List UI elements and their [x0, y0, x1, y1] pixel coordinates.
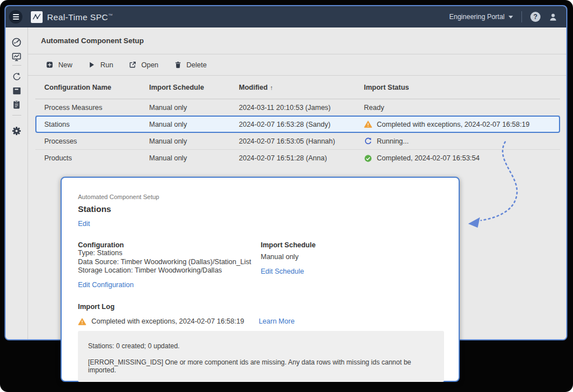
- open-external-icon: [128, 61, 137, 69]
- configurations-table: Configuration Name Import Schedule Modif…: [35, 76, 560, 167]
- dashboard-gauge-icon[interactable]: [11, 36, 22, 48]
- column-header-import-schedule[interactable]: Import Schedule: [149, 84, 239, 91]
- table-row-selected[interactable]: Stations Manual only 2024-02-07 16:53:28…: [35, 116, 560, 133]
- cell-import-schedule: Manual only: [149, 121, 239, 128]
- running-refresh-icon: [364, 137, 372, 145]
- user-icon[interactable]: [548, 12, 558, 22]
- status-text: Running...: [377, 137, 409, 145]
- cell-import-status: Ready: [364, 104, 560, 112]
- configuration-data-source: Data Source: Timber Woodworking (Dallas)…: [78, 258, 261, 267]
- trademark: ™: [108, 13, 113, 18]
- table-row[interactable]: Process Measures Manual only 2024-03-11 …: [35, 99, 560, 116]
- screenshot-frame: Real-Time SPC™ Engineering Portal ?: [0, 0, 573, 392]
- log-line: Stations: 0 created; 0 updated.: [88, 342, 434, 350]
- new-button-label: New: [58, 61, 72, 69]
- clipboard-icon[interactable]: [11, 99, 22, 110]
- settings-gear-icon[interactable]: [11, 125, 22, 136]
- detail-title: Stations: [78, 204, 442, 214]
- import-schedule-section: Import Schedule Manual only Edit Schedul…: [261, 241, 316, 289]
- edit-schedule-link[interactable]: Edit Schedule: [261, 268, 304, 275]
- menu-icon[interactable]: [9, 10, 22, 24]
- configuration-storage-location: Storage Location: Timber Woodworking/Dal…: [78, 266, 261, 275]
- portal-selector-label: Engineering Portal: [449, 13, 505, 21]
- run-button-label: Run: [100, 61, 113, 69]
- run-play-icon: [87, 61, 96, 69]
- configuration-section: Configuration Type: Stations Data Source…: [78, 241, 261, 289]
- page-header: Automated Component Setup: [28, 27, 566, 54]
- cell-import-status: Completed, 2024-02-07 16:53:54: [364, 154, 560, 163]
- import-log-heading: Import Log: [78, 303, 442, 311]
- cell-import-status: Completed with exceptions, 2024-02-07 16…: [364, 120, 559, 128]
- status-text: Ready: [364, 104, 384, 112]
- import-log-status: Completed with exceptions, 2024-02-07 16…: [78, 317, 442, 326]
- app-title: Real-Time SPC™: [47, 12, 113, 22]
- top-bar: Real-Time SPC™ Engineering Portal ?: [6, 6, 566, 27]
- edit-configuration-link[interactable]: Edit Configuration: [78, 281, 133, 289]
- warning-icon: [364, 120, 372, 128]
- log-line: [ERROR_MISSING_IDS] One or more componen…: [88, 358, 434, 374]
- cell-import-schedule: Manual only: [149, 154, 239, 162]
- cell-import-schedule: Manual only: [149, 137, 239, 145]
- detail-breadcrumb: Automated Component Setup: [78, 193, 442, 200]
- cell-modified: 2024-02-07 16:53:28 (Sandy): [239, 121, 364, 128]
- delete-button[interactable]: Delete: [174, 61, 207, 69]
- table-header-row: Configuration Name Import Schedule Modif…: [35, 76, 560, 99]
- page-title: Automated Component Setup: [41, 36, 144, 45]
- cell-modified: 2024-02-07 16:53:05 (Hannah): [239, 137, 364, 145]
- left-sidebar: [6, 27, 28, 339]
- warning-icon: [78, 317, 86, 326]
- success-check-icon: [364, 154, 372, 163]
- delete-button-label: Delete: [187, 61, 207, 69]
- cell-configuration-name: Processes: [44, 137, 149, 145]
- detail-panel: Automated Component Setup Stations Edit …: [61, 177, 460, 382]
- table-row[interactable]: Processes Manual only 2024-02-07 16:53:0…: [35, 133, 560, 150]
- status-text: Completed, 2024-02-07 16:53:54: [377, 154, 479, 162]
- delete-trash-icon: [174, 61, 182, 69]
- edit-link[interactable]: Edit: [78, 220, 90, 228]
- import-log-status-text: Completed with exceptions, 2024-02-07 16…: [91, 317, 244, 325]
- sort-ascending-icon: ↑: [270, 84, 273, 91]
- import-log-output: Stations: 0 created; 0 updated. [ERROR_M…: [78, 331, 444, 382]
- app-logo-icon: [31, 11, 43, 23]
- learn-more-link[interactable]: Learn More: [258, 317, 294, 325]
- new-plus-icon: [45, 61, 54, 69]
- import-schedule-heading: Import Schedule: [261, 241, 316, 249]
- cell-modified: 2024-02-07 16:51:28 (Anna): [239, 154, 364, 162]
- cell-import-status: Running...: [364, 137, 560, 145]
- open-button-label: Open: [141, 61, 159, 69]
- table-row[interactable]: Products Manual only 2024-02-07 16:51:28…: [35, 150, 560, 167]
- topbar-divider: [521, 11, 522, 22]
- sidebar-divider: [12, 115, 21, 116]
- cell-configuration-name: Process Measures: [44, 104, 149, 112]
- configuration-type: Type: Stations: [78, 249, 261, 258]
- column-header-configuration-name[interactable]: Configuration Name: [44, 84, 149, 91]
- new-button[interactable]: New: [45, 61, 72, 69]
- cell-import-schedule: Manual only: [149, 104, 239, 112]
- sidebar-divider: [12, 65, 21, 66]
- column-header-modified[interactable]: Modified↑: [239, 84, 364, 91]
- status-text: Completed with exceptions, 2024-02-07 16…: [377, 121, 529, 128]
- cell-configuration-name: Products: [44, 154, 149, 162]
- portal-selector[interactable]: Engineering Portal: [449, 13, 513, 21]
- chart-monitor-icon[interactable]: [11, 51, 22, 62]
- run-button[interactable]: Run: [87, 61, 113, 69]
- cell-configuration-name: Stations: [44, 121, 149, 128]
- chevron-down-icon: [509, 16, 513, 19]
- sync-icon[interactable]: [11, 71, 22, 82]
- cell-modified: 2024-03-11 20:10:53 (James): [239, 104, 364, 112]
- toolbar: New Run: [28, 54, 566, 76]
- import-schedule-value: Manual only: [261, 253, 316, 262]
- open-button[interactable]: Open: [128, 61, 159, 69]
- help-icon[interactable]: ?: [530, 12, 540, 22]
- configuration-heading: Configuration: [78, 241, 261, 249]
- column-header-import-status[interactable]: Import Status: [364, 84, 560, 91]
- archive-box-icon[interactable]: [11, 85, 22, 96]
